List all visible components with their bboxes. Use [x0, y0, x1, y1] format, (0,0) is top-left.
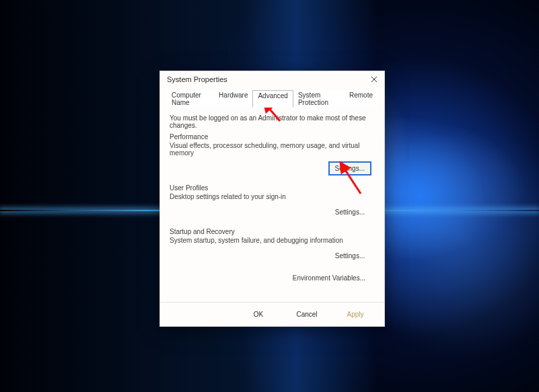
tab-system-protection[interactable]: System Protection [293, 90, 345, 108]
cancel-button[interactable]: Cancel [287, 308, 326, 321]
environment-variables-button[interactable]: Environment Variables... [287, 272, 371, 284]
user-profiles-desc: Desktop settings related to your sign-in [170, 193, 376, 200]
apply-button[interactable]: Apply [336, 308, 375, 321]
tab-strip: Computer Name Hardware Advanced System P… [160, 87, 384, 108]
ok-button[interactable]: OK [239, 308, 278, 321]
startup-settings-button[interactable]: Settings... [329, 249, 371, 262]
startup-title: Startup and Recovery [170, 228, 376, 235]
admin-note: You must be logged on as an Administrato… [170, 114, 376, 129]
tab-hardware[interactable]: Hardware [214, 90, 252, 108]
user-profiles-settings-button[interactable]: Settings... [329, 206, 371, 219]
performance-title: Performance [170, 133, 376, 141]
tab-remote[interactable]: Remote [345, 90, 378, 108]
dialog-title: System Properties [167, 75, 227, 83]
startup-desc: System startup, system failure, and debu… [170, 237, 376, 244]
user-profiles-title: User Profiles [170, 184, 376, 192]
titlebar: System Properties [160, 71, 384, 87]
tab-computer-name[interactable]: Computer Name [167, 90, 214, 108]
close-icon[interactable] [368, 73, 380, 85]
system-properties-dialog: System Properties Computer Name Hardware… [159, 71, 385, 327]
tab-advanced[interactable]: Advanced [252, 90, 293, 108]
dialog-button-bar: OK Cancel Apply [160, 302, 384, 326]
tab-content-advanced: You must be logged on as an Administrato… [160, 108, 384, 302]
performance-settings-button[interactable]: Settings... [329, 162, 371, 175]
performance-desc: Visual effects, processor scheduling, me… [170, 142, 376, 157]
